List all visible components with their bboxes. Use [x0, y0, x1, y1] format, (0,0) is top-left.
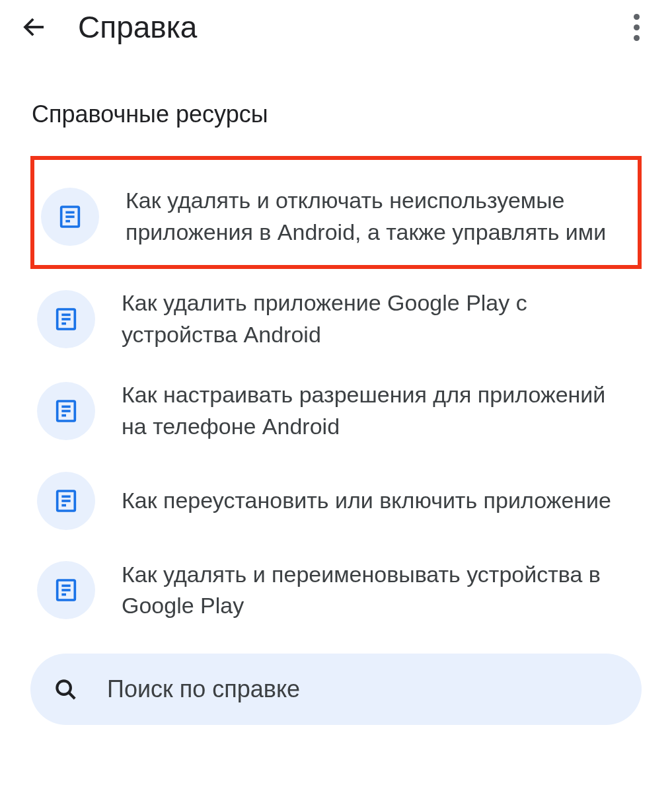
- article-icon: [53, 577, 79, 603]
- article-icon-container: [37, 561, 95, 619]
- search-placeholder: Поиск по справке: [107, 675, 300, 703]
- arrow-back-icon: [20, 13, 48, 41]
- help-article-label: Как удалить приложение Google Play c уст…: [122, 287, 635, 350]
- help-article-item[interactable]: Как удалять и отключать неиспользуемые п…: [30, 156, 642, 269]
- article-icon: [53, 488, 79, 514]
- search-icon: [53, 677, 78, 702]
- article-icon-container: [37, 472, 95, 530]
- help-article-label: Как удалять и отключать неиспользуемые п…: [126, 185, 631, 248]
- help-article-label: Как переустановить или включить приложен…: [122, 485, 611, 517]
- more-vert-icon: [634, 14, 640, 41]
- section-title: Справочные ресурсы: [32, 100, 642, 128]
- article-icon-container: [37, 382, 95, 440]
- svg-line-22: [69, 693, 75, 699]
- article-icon: [53, 398, 79, 424]
- article-icon-container: [37, 290, 95, 348]
- help-article-item[interactable]: Как настраивать разрешения для приложени…: [30, 365, 642, 457]
- search-input[interactable]: Поиск по справке: [30, 654, 642, 725]
- header: Справка: [0, 0, 672, 54]
- page-title: Справка: [78, 9, 620, 45]
- svg-point-21: [57, 681, 71, 695]
- article-icon: [53, 306, 79, 332]
- help-article-item[interactable]: Как переустановить или включить приложен…: [30, 457, 642, 545]
- help-article-item[interactable]: Как удалить приложение Google Play c уст…: [30, 273, 642, 365]
- help-articles-list: Как удалять и отключать неиспользуемые п…: [30, 156, 642, 636]
- back-button[interactable]: [19, 11, 50, 43]
- article-icon: [57, 204, 83, 230]
- help-article-label: Как удалять и переименовывать устройства…: [122, 559, 635, 622]
- help-article-label: Как настраивать разрешения для приложени…: [122, 379, 635, 442]
- help-article-item[interactable]: Как удалять и переименовывать устройства…: [30, 545, 642, 636]
- article-icon-container: [41, 188, 99, 246]
- more-menu-button[interactable]: [620, 11, 652, 43]
